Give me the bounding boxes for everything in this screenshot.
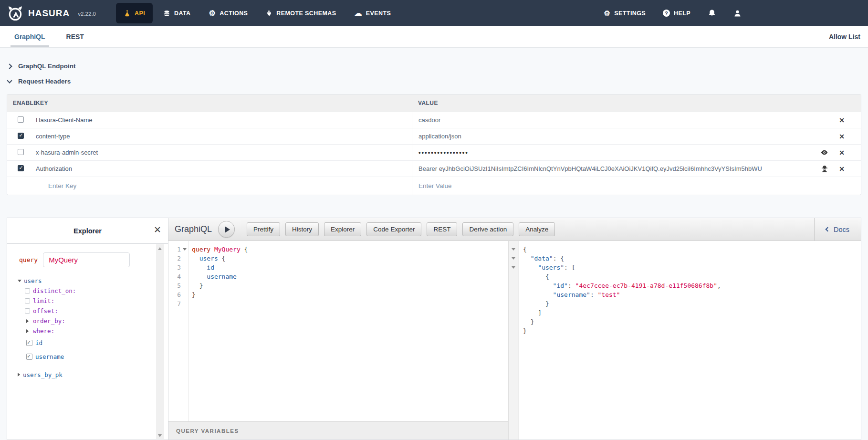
arg-checkbox[interactable] [25,298,30,304]
arg-label: offset: [33,307,58,314]
jwt-analyzer-icon[interactable] [821,165,828,173]
fold-arrow-icon[interactable] [512,266,515,269]
remove-header-icon[interactable]: ✕ [839,117,845,124]
analyze-button[interactable]: Analyze [519,222,555,236]
tree-arg-limit[interactable]: limit: [25,296,154,306]
table-row: content-type application/json ✕ [7,128,861,144]
docs-toggle[interactable]: Docs [814,218,861,241]
line-number: 3 [168,263,181,272]
header-value-field[interactable]: application/json ✕ [412,128,861,144]
history-button[interactable]: History [285,222,319,236]
new-header-key-input[interactable] [48,182,376,189]
line-number: 4 [168,272,181,281]
header-value-field[interactable]: Bearer eyJhbGciOiJSUzI1NiIsImtpZCI6ImNlc… [412,161,861,177]
jwt-value-text: Bearer eyJhbGciOiJSUzI1NiIsImtpZCI6ImNlc… [418,165,762,172]
query-editor[interactable]: 1 query MyQuery { 2 users { 3 id [168,241,508,421]
nav-item-label: REMOTE SCHEMAS [276,10,336,17]
explorer-scrollbar[interactable] [156,244,164,439]
header-value-field[interactable]: •••••••••••••••• ✕ [412,145,861,160]
enable-checkbox[interactable] [18,149,24,155]
remove-header-icon[interactable]: ✕ [839,149,845,156]
graphiql-toolbar: GraphiQL Prettify History Explorer Code … [168,218,861,241]
col-value: VALUE [412,100,861,106]
gears-icon: ⚙ [209,10,216,17]
chevron-down-icon [7,78,12,83]
reveal-eye-icon[interactable] [820,149,828,156]
header-key-field[interactable]: content-type [36,133,412,140]
query-variables-bar[interactable]: QUERY VARIABLES [168,421,508,440]
operation-name-input[interactable] [43,252,130,267]
nav-item-actions[interactable]: ⚙ ACTIONS [201,3,256,23]
execute-query-button[interactable] [218,221,235,238]
nav-item-label: DATA [174,10,190,17]
request-headers-toggle[interactable]: Request Headers [8,77,71,85]
header-value-field[interactable]: casdoor ✕ [412,112,861,128]
arg-label: distinct_on: [33,287,76,294]
tree-node-users[interactable]: users [18,275,154,286]
derive-action-button[interactable]: Derive action [462,222,513,236]
scroll-up-icon[interactable] [158,247,162,250]
new-header-value-input[interactable] [418,182,811,189]
nav-item-remote-schemas[interactable]: REMOTE SCHEMAS [258,3,344,23]
tree-arg-where[interactable]: where: [25,326,154,336]
rest-button[interactable]: REST [427,222,457,236]
nav-item-api[interactable]: API [116,3,153,23]
tree-arg-distinct-on[interactable]: distinct_on: [25,286,154,296]
col-key: KEY [36,100,412,106]
fold-arrow-icon[interactable] [183,248,187,251]
query-editor-pane: 1 query MyQuery { 2 users { 3 id [168,241,509,440]
tree-field-username[interactable]: username [26,350,154,364]
tree-arg-order-by[interactable]: order_by: [25,316,154,326]
fold-arrow-icon[interactable] [512,257,515,260]
tree-arg-offset[interactable]: offset: [25,306,154,316]
query-variables-label: QUERY VARIABLES [176,428,239,434]
settings-label: SETTINGS [614,10,646,17]
nav-item-data[interactable]: DATA [156,3,198,23]
enable-checkbox[interactable] [18,165,24,171]
help-label: HELP [674,10,690,17]
arg-checkbox[interactable] [25,288,30,293]
graphiql-panel: GraphiQL Prettify History Explorer Code … [168,218,861,440]
version-badge: v2.22.0 [78,11,96,17]
header-key-field[interactable]: x-hasura-admin-secret [36,149,412,156]
tab-rest[interactable]: REST [66,26,84,47]
graphql-endpoint-toggle[interactable]: GraphQL Endpoint [8,62,76,70]
field-checkbox[interactable] [26,354,32,360]
arg-checkbox[interactable] [25,308,30,314]
tree-node-label: users_by_pk [23,371,63,378]
scroll-down-icon[interactable] [158,434,162,437]
response-viewer: { "data": { "users": [ { "id": "4ec7ccee… [509,241,861,335]
enable-checkbox[interactable] [18,133,24,139]
remove-header-icon[interactable]: ✕ [839,166,845,172]
nav-item-events[interactable]: ☁ EVENTS [346,3,398,23]
header-value-text: casdoor [418,116,440,124]
allow-list-link[interactable]: Allow List [829,33,860,41]
graphiql-title: GraphiQL [175,224,212,234]
header-key-field[interactable]: Authorization [36,165,412,172]
explorer-close-icon[interactable]: ✕ [154,225,161,234]
settings-link[interactable]: ⚙ SETTINGS [604,9,646,18]
user-avatar-icon[interactable] [733,9,742,18]
explorer-header: Explorer ✕ [7,218,168,244]
nav-item-label: API [135,10,145,17]
tab-label: REST [66,33,84,41]
table-row: x-hasura-admin-secret •••••••••••••••• ✕ [7,144,861,160]
remove-header-icon[interactable]: ✕ [839,133,845,140]
tab-graphiql[interactable]: GraphiQL [14,26,45,47]
fold-arrow-icon[interactable] [512,248,515,251]
enable-checkbox[interactable] [18,116,24,123]
code-exporter-button[interactable]: Code Exporter [366,222,421,236]
tree-node-users-by-pk[interactable]: users_by_pk [18,369,154,380]
graphiql-main: 1 query MyQuery { 2 users { 3 id [168,241,861,440]
hasura-logo[interactable]: HASURA v2.22.0 [7,5,96,22]
notifications-bell-icon[interactable] [708,9,716,18]
help-link[interactable]: ? HELP [663,10,690,17]
prettify-button[interactable]: Prettify [247,222,280,236]
header-key-field[interactable]: Hasura-Client-Name [36,116,412,124]
explorer-button[interactable]: Explorer [324,222,361,236]
table-row: Authorization Bearer eyJhbGciOiJSUzI1NiI… [7,160,861,177]
users-fields: id username [26,336,154,364]
tree-field-id[interactable]: id [26,336,154,350]
field-checkbox[interactable] [26,340,32,346]
gear-icon: ⚙ [604,9,610,18]
